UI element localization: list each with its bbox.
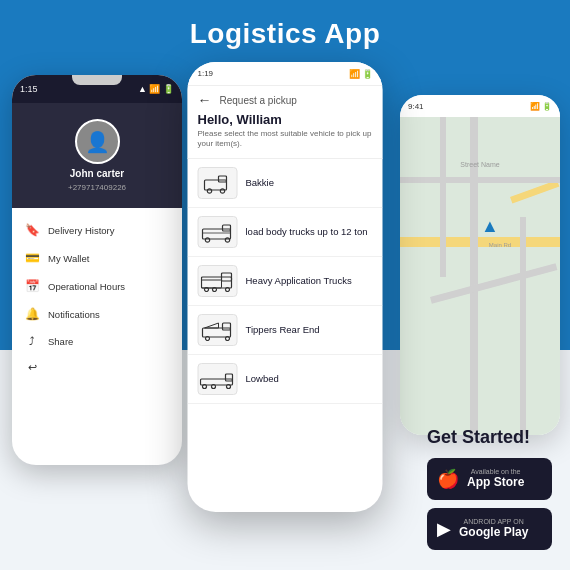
vehicle-item-bakkie[interactable]: Bakkie — [188, 159, 383, 208]
left-icons: ▲ 📶 🔋 — [138, 84, 174, 94]
phone-center: 1:19 📶 🔋 ← Request a pickup Hello, Willi… — [188, 62, 383, 512]
vehicle-list: Bakkie load body trucks up to 12 ton — [188, 159, 383, 512]
svg-rect-22 — [202, 277, 232, 288]
vehicle-item-tippers[interactable]: Tippers Rear End — [188, 306, 383, 355]
svg-rect-28 — [203, 328, 231, 337]
profile-section: 👤 John carter +279717409226 — [12, 103, 182, 208]
left-notch — [72, 75, 122, 85]
page-title: Logistics App — [0, 18, 570, 50]
app-store-text: Available on the App Store — [467, 468, 524, 489]
wifi-icon: 📶 — [349, 69, 360, 79]
center-status-icons: 📶 🔋 — [349, 69, 373, 79]
svg-rect-2 — [400, 237, 560, 247]
svg-rect-34 — [226, 374, 233, 381]
sidebar-item-delivery-history[interactable]: 🔖 Delivery History — [12, 216, 182, 244]
profile-name: John carter — [70, 168, 124, 179]
right-time: 9:41 — [408, 102, 424, 111]
sidebar-item-notifications[interactable]: 🔔 Notifications — [12, 300, 182, 328]
google-play-sub: ANDROID APP ON — [459, 518, 528, 525]
google-play-main: Google Play — [459, 525, 528, 539]
svg-text:Main Rd: Main Rd — [489, 242, 511, 248]
svg-rect-24 — [202, 280, 222, 288]
svg-marker-30 — [205, 323, 219, 328]
get-started-title: Get Started! — [427, 427, 530, 448]
google-play-button[interactable]: ▶ ANDROID APP ON Google Play — [427, 508, 552, 550]
svg-rect-18 — [223, 225, 231, 231]
battery-icon: 🔋 — [362, 69, 373, 79]
map-area: Street Name Main Rd ▲ — [400, 117, 560, 435]
right-status-bar: 9:41 📶 🔋 — [400, 95, 560, 117]
apple-icon: 🍎 — [437, 468, 459, 490]
sidebar-wallet-label: My Wallet — [48, 253, 89, 264]
svg-rect-8 — [520, 217, 526, 435]
avatar: 👤 — [75, 119, 120, 164]
greeting-text: Hello, William — [198, 112, 373, 127]
get-started-section: Get Started! 🍎 Available on the App Stor… — [427, 427, 552, 550]
left-time: 1:15 — [20, 84, 38, 94]
vehicle-loadbody-label: load body trucks up to 12 ton — [246, 226, 368, 238]
svg-rect-13 — [219, 176, 227, 182]
calendar-icon: 📅 — [24, 279, 40, 293]
svg-text:▲: ▲ — [481, 216, 499, 236]
more-icon: ↩ — [24, 361, 40, 374]
vehicle-lowbed-label: Lowbed — [246, 373, 279, 385]
nav-bar: ← Request a pickup — [198, 92, 373, 108]
sidebar-menu: 🔖 Delivery History 💳 My Wallet 📅 Operati… — [12, 208, 182, 389]
sidebar-item-share[interactable]: ⤴ Share — [12, 328, 182, 354]
app-header: ← Request a pickup Hello, William Please… — [188, 86, 383, 159]
app-store-main: App Store — [467, 475, 524, 489]
right-icons: 📶 🔋 — [530, 102, 552, 111]
bell-icon: 🔔 — [24, 307, 40, 321]
center-time: 1:19 — [198, 69, 214, 78]
wallet-icon: 💳 — [24, 251, 40, 265]
phone-left: 1:15 ▲ 📶 🔋 👤 John carter +279717409226 🔖… — [12, 75, 182, 465]
share-icon: ⤴ — [24, 335, 40, 347]
vehicle-heavy-label: Heavy Application Trucks — [246, 275, 352, 287]
sidebar-ops-label: Operational Hours — [48, 281, 125, 292]
tippers-icon-box — [198, 314, 238, 346]
play-icon: ▶ — [437, 518, 451, 540]
center-status-bar: 1:19 📶 🔋 — [188, 62, 383, 86]
svg-text:Street Name: Street Name — [460, 161, 499, 168]
google-play-text: ANDROID APP ON Google Play — [459, 518, 528, 539]
bookmark-icon: 🔖 — [24, 223, 40, 237]
bakkie-icon-box — [198, 167, 238, 199]
sidebar-delivery-label: Delivery History — [48, 225, 115, 236]
svg-rect-6 — [400, 177, 560, 183]
vehicle-item-lowbed[interactable]: Lowbed — [188, 355, 383, 404]
svg-rect-29 — [223, 323, 231, 330]
sidebar-item-more[interactable]: ↩ — [12, 354, 182, 381]
app-store-sub: Available on the — [467, 468, 524, 475]
svg-rect-7 — [440, 117, 446, 277]
lowbed-icon-box — [198, 363, 238, 395]
sidebar-share-label: Share — [48, 336, 73, 347]
profile-phone: +279717409226 — [68, 183, 126, 192]
sidebar-item-operational-hours[interactable]: 📅 Operational Hours — [12, 272, 182, 300]
phone-right: 9:41 📶 🔋 Street Name Main Rd ▲ — [400, 95, 560, 435]
sidebar-item-wallet[interactable]: 💳 My Wallet — [12, 244, 182, 272]
app-store-button[interactable]: 🍎 Available on the App Store — [427, 458, 552, 500]
vehicle-tippers-label: Tippers Rear End — [246, 324, 320, 336]
vehicle-item-load-body[interactable]: load body trucks up to 12 ton — [188, 208, 383, 257]
back-button[interactable]: ← — [198, 92, 212, 108]
map-svg: Street Name Main Rd ▲ — [400, 117, 560, 435]
vehicle-bakkie-label: Bakkie — [246, 177, 275, 189]
sidebar-notif-label: Notifications — [48, 309, 100, 320]
subtitle-text: Please select the most suitable vehicle … — [198, 129, 373, 150]
vehicle-item-heavy-app[interactable]: Heavy Application Trucks — [188, 257, 383, 306]
load-body-icon-box — [198, 216, 238, 248]
nav-title: Request a pickup — [220, 95, 297, 106]
heavy-app-icon-box — [198, 265, 238, 297]
